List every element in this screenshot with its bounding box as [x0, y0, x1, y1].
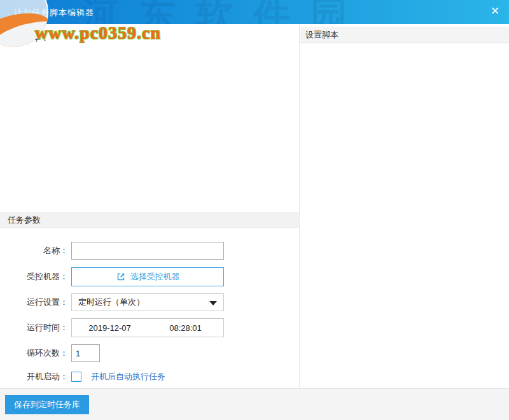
- form-row-loop-count: 循环次数：: [0, 344, 100, 362]
- chevron-down-icon: [209, 301, 217, 305]
- task-params-header: 任务参数: [0, 211, 299, 228]
- name-input[interactable]: [71, 242, 224, 260]
- name-label: 名称：: [0, 245, 68, 256]
- save-to-task-library-button[interactable]: 保存到定时任务库: [5, 395, 89, 414]
- set-script-header: 设置脚本: [300, 27, 509, 43]
- left-panel: 选择脚本： 任务参数 名称： 受控机器： 选择受控机器: [0, 24, 299, 388]
- open-external-icon: [116, 272, 126, 282]
- boot-startup-description: 开机后自动执行任务: [91, 371, 165, 382]
- pc0359-watermark-url: www.pc0359.cn: [35, 23, 161, 43]
- form-row-machine: 受控机器： 选择受控机器: [0, 267, 224, 286]
- boot-startup-label: 开机启动：: [0, 371, 68, 382]
- footer-bar: 保存到定时任务库: [0, 388, 509, 420]
- loop-count-label: 循环次数：: [0, 347, 68, 359]
- form-row-boot-startup: 开机启动： 开机后自动执行任务: [0, 371, 165, 382]
- run-date-value[interactable]: 2019-12-07: [72, 323, 148, 333]
- loop-count-input[interactable]: [71, 344, 100, 362]
- select-machine-button-label: 选择受控机器: [130, 271, 180, 283]
- right-panel: 设置脚本: [299, 24, 509, 388]
- form-row-name: 名称：: [0, 242, 224, 260]
- ghost-watermark-text: 河东软件园: [81, 0, 368, 24]
- run-time-label: 运行时间：: [0, 322, 68, 333]
- run-time-value[interactable]: 08:28:01: [148, 323, 223, 333]
- machine-label: 受控机器：: [0, 271, 68, 283]
- run-mode-dropdown[interactable]: 定时运行（单次）: [71, 293, 224, 311]
- titlebar: 河东软件园 计划任务脚本编辑器 ✕: [0, 0, 509, 24]
- task-script-editor-window: 河东软件园 计划任务脚本编辑器 ✕ 选择脚本： 任务参数 名称： 受控机器：: [0, 0, 509, 420]
- close-icon[interactable]: ✕: [487, 3, 503, 20]
- run-time-picker[interactable]: 2019-12-07 08:28:01: [71, 318, 224, 337]
- form-row-run-time: 运行时间： 2019-12-07 08:28:01: [0, 318, 224, 337]
- select-machine-button[interactable]: 选择受控机器: [71, 267, 224, 286]
- run-mode-value: 定时运行（单次）: [78, 297, 144, 308]
- run-mode-label: 运行设置：: [0, 297, 68, 308]
- form-row-run-mode: 运行设置： 定时运行（单次）: [0, 293, 224, 311]
- boot-startup-checkbox[interactable]: [71, 372, 81, 382]
